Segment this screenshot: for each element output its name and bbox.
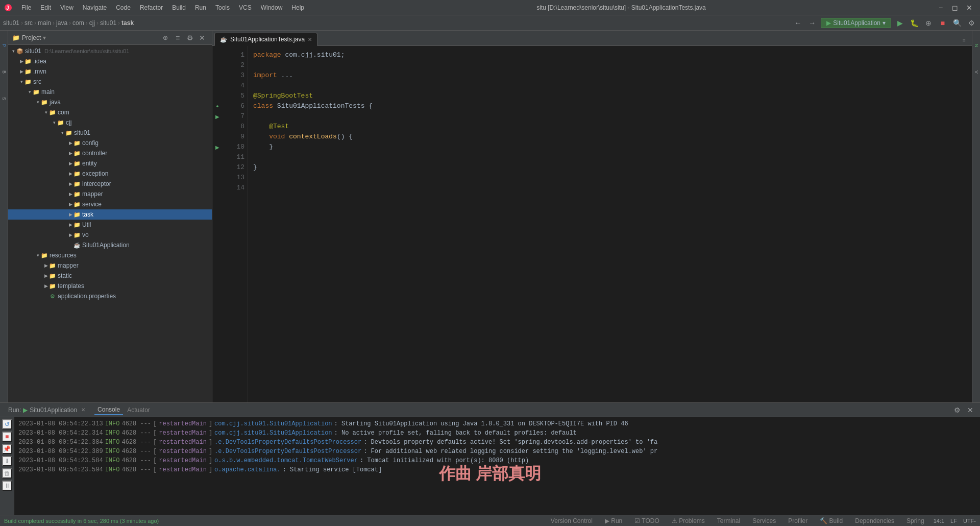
tree-item-controller[interactable]: ▶ 📁 controller	[8, 148, 212, 158]
app-icon: J	[4, 4, 12, 12]
back-button[interactable]: ←	[792, 17, 803, 29]
gutter-2	[213, 60, 222, 70]
close-tab-icon[interactable]: ✕	[308, 37, 312, 42]
breadcrumb-project[interactable]: situ01	[3, 19, 19, 27]
tree-item-root[interactable]: ▾ 📦 situ01 D:\Learned\senior\situu\situ\…	[8, 46, 212, 56]
menu-run[interactable]: Run	[191, 3, 210, 12]
collapse-all-button[interactable]: ≡	[172, 32, 183, 43]
tree-item-mapper-res[interactable]: ▶ 📁 mapper	[8, 260, 212, 271]
forward-button[interactable]: →	[806, 17, 818, 29]
tree-item-entity[interactable]: ▶ 📁 entity	[8, 158, 212, 169]
tree-item-main[interactable]: ▾ 📁 main	[8, 87, 212, 97]
tree-item-idea[interactable]: ▶ 📁 .idea	[8, 56, 212, 66]
recent-files-button[interactable]: ≡	[959, 34, 970, 45]
menu-window[interactable]: Window	[257, 3, 287, 12]
clear-console-button[interactable]: 🗑	[2, 468, 12, 479]
status-tab-run[interactable]: ▶ Run	[602, 516, 625, 525]
status-tab-problems[interactable]: ⚠ Problems	[669, 516, 708, 525]
right-panel-notifications[interactable]: N	[973, 33, 980, 58]
gutter-7[interactable]: ▶	[213, 111, 222, 122]
project-settings-button[interactable]: ⚙	[184, 32, 195, 43]
sidebar-icon-structure[interactable]: S	[1, 86, 8, 111]
tree-item-templates[interactable]: ▶ 📁 templates	[8, 281, 212, 291]
status-tab-vc[interactable]: Version Control	[548, 516, 596, 525]
status-tab-profiler[interactable]: Profiler	[785, 516, 811, 525]
tree-item-java[interactable]: ▾ 📁 java	[8, 97, 212, 107]
breadcrumb-src[interactable]: src	[24, 19, 33, 27]
menu-file[interactable]: File	[17, 3, 35, 12]
tree-item-task[interactable]: ▶ 📁 task	[8, 209, 212, 220]
run-button[interactable]: ▶	[894, 17, 905, 29]
status-tab-services[interactable]: Services	[749, 516, 779, 525]
tree-item-situ-app[interactable]: ▶ ☕ Situ01Application	[8, 240, 212, 250]
hide-panel-button[interactable]: ✕	[197, 32, 208, 43]
restart-button[interactable]: ↺	[2, 419, 12, 429]
status-tab-dependencies[interactable]: Dependencies	[852, 516, 897, 525]
pause-button[interactable]: ⏸	[2, 481, 12, 491]
stop-button[interactable]: ■	[937, 17, 948, 29]
code-content[interactable]: package com.cjj.situ01; import ... @Spri…	[248, 46, 972, 402]
search-button[interactable]: 🔍	[951, 17, 963, 29]
status-tab-terminal[interactable]: Terminal	[714, 516, 743, 525]
tree-item-src[interactable]: ▾ 📁 src	[8, 77, 212, 87]
minimize-button[interactable]: −	[934, 3, 947, 12]
menu-help[interactable]: Help	[287, 3, 308, 12]
tree-item-exception[interactable]: ▶ 📁 exception	[8, 169, 212, 179]
tree-item-service[interactable]: ▶ 📁 service	[8, 199, 212, 209]
tree-item-appprops[interactable]: ▶ ⚙ application.properties	[8, 291, 212, 301]
menu-code[interactable]: Code	[112, 3, 135, 12]
breadcrumb-com[interactable]: com	[72, 19, 84, 27]
breadcrumb-main[interactable]: main	[38, 19, 51, 27]
menu-view[interactable]: View	[56, 3, 78, 12]
settings-button[interactable]: ⚙	[966, 17, 977, 29]
breadcrumb-cjj[interactable]: cjj	[89, 19, 95, 27]
tree-item-config[interactable]: ▶ 📁 config	[8, 138, 212, 148]
tab-console[interactable]: Console	[94, 405, 123, 415]
menu-navigate[interactable]: Navigate	[79, 3, 111, 12]
stop-app-button[interactable]: ■	[2, 432, 12, 442]
hide-bottom-button[interactable]: ✕	[965, 404, 976, 416]
close-run-tab[interactable]: ✕	[81, 407, 85, 413]
menu-tools[interactable]: Tools	[211, 3, 234, 12]
folder-icon: 📁	[74, 211, 81, 218]
tab-actuator[interactable]: Actuator	[124, 405, 153, 415]
menu-build[interactable]: Build	[168, 3, 190, 12]
close-button[interactable]: ✕	[963, 3, 976, 12]
breadcrumb-task[interactable]: task	[121, 19, 134, 27]
tree-item-interceptor[interactable]: ▶ 📁 interceptor	[8, 179, 212, 189]
settings-bottom-button[interactable]: ⚙	[951, 404, 963, 416]
debug-button[interactable]: 🐛	[909, 17, 920, 29]
coverage-button[interactable]: ⊕	[923, 17, 934, 29]
tree-item-static[interactable]: ▶ 📁 static	[8, 271, 212, 281]
tree-item-vo[interactable]: ▶ 📁 vo	[8, 230, 212, 240]
status-tab-todo[interactable]: ☑ TODO	[631, 516, 663, 525]
tree-item-cjj[interactable]: ▾ 📁 cjj	[8, 117, 212, 128]
locate-file-button[interactable]: ⊕	[160, 32, 171, 43]
status-tab-spring[interactable]: Spring	[903, 516, 927, 525]
maximize-button[interactable]: ◻	[948, 3, 962, 12]
status-tab-build[interactable]: 🔨 Build	[817, 516, 846, 525]
menu-refactor[interactable]: Refactor	[136, 3, 167, 12]
tree-item-resources[interactable]: ▾ 📁 resources	[8, 250, 212, 260]
gutter-4	[213, 81, 222, 91]
right-panel-vcs[interactable]: V	[973, 59, 980, 85]
sidebar-icon-bookmarks[interactable]: B	[1, 59, 8, 85]
editor-tab-tests[interactable]: ☕ Situ01ApplicationTests.java ✕	[214, 33, 317, 46]
tree-item-mvn[interactable]: ▶ 📁 .mvn	[8, 66, 212, 77]
pin-tab-button[interactable]: 📌	[2, 444, 12, 454]
tree-item-situ01-inner[interactable]: ▾ 📁 situ01	[8, 128, 212, 138]
scroll-to-end-button[interactable]: ⬇	[2, 456, 12, 466]
run-config-button[interactable]: ▶ Situ01Application ▾	[821, 18, 891, 28]
tree-item-mapper-java[interactable]: ▶ 📁 mapper	[8, 189, 212, 199]
tree-item-util[interactable]: ▶ 📁 Util	[8, 220, 212, 230]
code-editor[interactable]: ● ▶ ▶ 1 2 3 4 5 6 7 8 9 10	[212, 46, 972, 402]
gutter-10[interactable]: ▶	[213, 142, 222, 152]
run-app-name[interactable]: Situ01Application	[30, 407, 77, 414]
sidebar-icon-project[interactable]: P	[1, 33, 8, 58]
tree-item-com[interactable]: ▾ 📁 com	[8, 107, 212, 117]
breadcrumb-java[interactable]: java	[56, 19, 67, 27]
menu-edit[interactable]: Edit	[36, 3, 55, 12]
breadcrumb-situ01[interactable]: situ01	[100, 19, 116, 27]
menu-vcs[interactable]: VCS	[235, 3, 256, 12]
tree-label-interceptor: interceptor	[82, 180, 111, 187]
